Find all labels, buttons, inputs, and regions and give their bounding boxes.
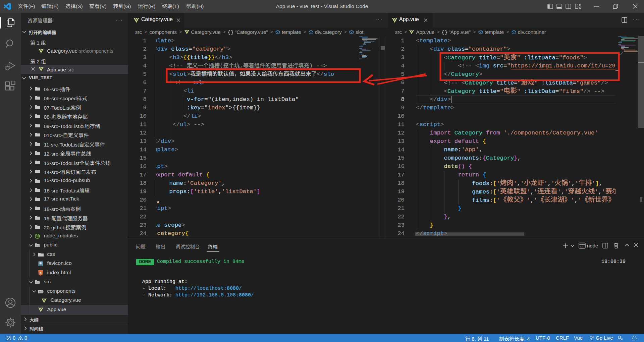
svg-text:C:\: C:\ — [580, 245, 584, 248]
